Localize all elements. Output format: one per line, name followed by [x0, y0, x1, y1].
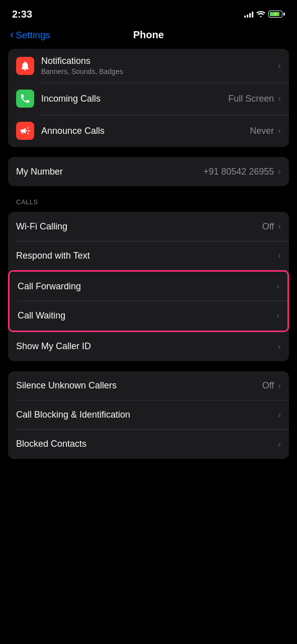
call-blocking-chevron-icon: › — [278, 410, 281, 420]
notifications-item[interactable]: Notifications Banners, Sounds, Badges › — [8, 49, 289, 83]
back-chevron-icon: ‹ — [10, 29, 14, 40]
silence-unknown-chevron-icon: › — [278, 381, 281, 391]
silence-unknown-right: Off › — [262, 380, 281, 391]
battery-icon: ⚡ — [268, 11, 285, 18]
call-forwarding-right: › — [274, 281, 279, 291]
announce-calls-right: Never › — [250, 126, 281, 136]
announce-calls-chevron-icon: › — [278, 126, 281, 136]
status-time: 2:33 — [12, 9, 32, 20]
blocked-contacts-title: Blocked Contacts — [16, 439, 276, 449]
call-forwarding-title: Call Forwarding — [18, 281, 274, 292]
wifi-calling-title: Wi-Fi Calling — [16, 221, 262, 232]
incoming-calls-content: Incoming Calls — [41, 94, 228, 104]
respond-text-item[interactable]: Respond with Text › — [8, 241, 289, 270]
call-blocking-title: Call Blocking & Identification — [16, 410, 276, 420]
notifications-title: Notifications — [41, 56, 276, 66]
announce-calls-title: Announce Calls — [41, 126, 250, 136]
notifications-subtitle: Banners, Sounds, Badges — [41, 67, 276, 75]
wifi-calling-chevron-icon: › — [278, 221, 281, 231]
notifications-section-group: Notifications Banners, Sounds, Badges › … — [8, 49, 289, 147]
call-blocking-content: Call Blocking & Identification — [16, 410, 276, 420]
notifications-right: › — [276, 61, 281, 71]
bottom-section-group: Silence Unknown Callers Off › Call Block… — [8, 371, 289, 459]
call-waiting-title: Call Waiting — [18, 310, 274, 321]
call-forwarding-chevron-icon: › — [276, 281, 279, 291]
page-title: Phone — [133, 29, 164, 41]
notifications-icon — [16, 57, 34, 75]
announce-calls-item[interactable]: Announce Calls Never › — [8, 115, 289, 147]
silence-unknown-title: Silence Unknown Callers — [16, 380, 262, 391]
silence-unknown-item[interactable]: Silence Unknown Callers Off › — [8, 371, 289, 400]
back-button[interactable]: ‹ Settings — [10, 30, 50, 41]
caller-id-content: Show My Caller ID — [16, 341, 276, 352]
call-forwarding-content: Call Forwarding — [18, 281, 274, 292]
announce-calls-content: Announce Calls — [41, 126, 250, 136]
caller-id-item[interactable]: Show My Caller ID › — [8, 332, 289, 361]
status-icons: ⚡ — [244, 10, 285, 19]
wifi-calling-item[interactable]: Wi-Fi Calling Off › — [8, 212, 289, 241]
respond-text-chevron-icon: › — [278, 251, 281, 261]
my-number-chevron-icon: › — [278, 167, 281, 177]
my-number-group: My Number +91 80542 26955 › — [8, 157, 289, 186]
respond-text-right: › — [276, 251, 281, 261]
incoming-calls-icon — [16, 90, 34, 108]
main-content: Notifications Banners, Sounds, Badges › … — [0, 49, 297, 459]
wifi-calling-content: Wi-Fi Calling — [16, 221, 262, 232]
my-number-value: +91 80542 26955 — [204, 167, 274, 177]
wifi-calling-value: Off — [262, 221, 274, 232]
incoming-calls-right: Full Screen › — [228, 94, 281, 104]
call-blocking-item[interactable]: Call Blocking & Identification › — [8, 400, 289, 430]
call-waiting-chevron-icon: › — [276, 311, 279, 321]
blocked-contacts-chevron-icon: › — [278, 439, 281, 449]
notifications-chevron-icon: › — [278, 61, 281, 71]
blocked-contacts-item[interactable]: Blocked Contacts › — [8, 430, 289, 459]
my-number-content: My Number — [16, 167, 204, 177]
announce-calls-icon — [16, 122, 34, 140]
calls-section-group: Wi-Fi Calling Off › Respond with Text › … — [8, 212, 289, 361]
caller-id-title: Show My Caller ID — [16, 341, 276, 352]
call-forwarding-item[interactable]: Call Forwarding › — [10, 272, 287, 301]
wifi-icon — [256, 10, 265, 19]
respond-text-title: Respond with Text — [16, 251, 276, 261]
respond-text-content: Respond with Text — [16, 251, 276, 261]
signal-icon — [244, 11, 253, 18]
blocked-contacts-right: › — [276, 439, 281, 449]
incoming-calls-item[interactable]: Incoming Calls Full Screen › — [8, 83, 289, 115]
caller-id-chevron-icon: › — [278, 342, 281, 352]
call-blocking-right: › — [276, 410, 281, 420]
incoming-calls-chevron-icon: › — [278, 94, 281, 104]
my-number-item[interactable]: My Number +91 80542 26955 › — [8, 157, 289, 186]
silence-unknown-value: Off — [262, 380, 274, 391]
announce-calls-value: Never — [250, 126, 274, 136]
calls-section-label: CALLS — [8, 198, 289, 210]
wifi-calling-right: Off › — [262, 221, 281, 232]
back-label: Settings — [16, 30, 50, 41]
notifications-content: Notifications Banners, Sounds, Badges — [41, 56, 276, 75]
highlighted-calls-group: Call Forwarding › Call Waiting › — [8, 270, 289, 332]
blocked-contacts-content: Blocked Contacts — [16, 439, 276, 449]
status-bar: 2:33 ⚡ — [0, 0, 297, 25]
my-number-label: My Number — [16, 167, 204, 177]
call-waiting-right: › — [274, 311, 279, 321]
call-waiting-item[interactable]: Call Waiting › — [10, 301, 287, 331]
incoming-calls-value: Full Screen — [228, 94, 274, 104]
call-waiting-content: Call Waiting — [18, 310, 274, 321]
caller-id-right: › — [276, 342, 281, 352]
incoming-calls-title: Incoming Calls — [41, 94, 228, 104]
silence-unknown-content: Silence Unknown Callers — [16, 380, 262, 391]
nav-bar: ‹ Settings Phone — [0, 25, 297, 49]
my-number-right: +91 80542 26955 › — [204, 167, 281, 177]
